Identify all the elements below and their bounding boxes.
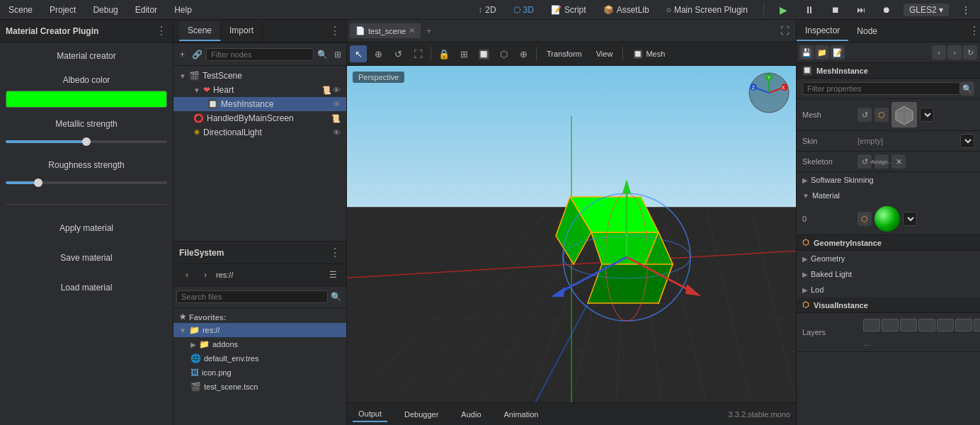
- skin-select[interactable]: [960, 134, 974, 148]
- inspector-folder-btn[interactable]: 📁: [815, 45, 829, 60]
- tree-item-directional[interactable]: ✳ DirectionalLight 👁: [173, 125, 346, 140]
- menu-editor[interactable]: Editor: [132, 4, 160, 16]
- layer-5[interactable]: [937, 319, 954, 332]
- record-button[interactable]: ⏺: [878, 4, 895, 16]
- inspector-menu-btn[interactable]: ⋮: [969, 24, 980, 38]
- filter-search-btn[interactable]: 🔍: [317, 47, 329, 62]
- meshinstance-header[interactable]: 🔲 MeshInstance: [797, 63, 980, 79]
- vt-box-btn[interactable]: 🔲: [475, 45, 492, 62]
- viewport-canvas[interactable]: Perspective X Y Z: [347, 66, 796, 402]
- fs-item-addons[interactable]: ▶ 📁 addons: [173, 337, 346, 351]
- add-node-btn[interactable]: +: [176, 47, 188, 62]
- roughness-slider[interactable]: [6, 181, 167, 184]
- menu-help[interactable]: Help: [171, 4, 195, 16]
- toolbar-main-screen[interactable]: ○ Main Screen Plugin: [662, 4, 752, 16]
- lod-header[interactable]: ▶ Lod: [802, 283, 974, 296]
- mesh-reset-btn[interactable]: ↺: [858, 108, 872, 122]
- layer-2[interactable]: [882, 319, 899, 332]
- vt-grid-btn[interactable]: ⊞: [455, 45, 472, 62]
- vt-mesh-btn[interactable]: ⬡: [495, 45, 512, 62]
- mesh-action-visibility[interactable]: 👁: [333, 100, 341, 108]
- tree-arrow-heart[interactable]: ▼: [193, 86, 200, 94]
- material-preview[interactable]: [874, 206, 900, 232]
- output-tab-audio[interactable]: Audio: [455, 407, 486, 421]
- skeleton-assign-btn[interactable]: Assign...: [874, 154, 889, 169]
- geometry-header[interactable]: ▶ Geometry: [802, 252, 974, 265]
- metallic-slider[interactable]: [6, 140, 167, 143]
- save-material-button[interactable]: Save material: [6, 249, 167, 267]
- visual-instance-header[interactable]: ⬡ VisualInstance: [797, 298, 980, 313]
- play-button[interactable]: ▶: [775, 3, 792, 17]
- toolbar-2d[interactable]: ↕ 2D: [474, 4, 500, 16]
- toolbar-assetlib[interactable]: 📦 AssetLib: [599, 4, 654, 16]
- inspector-forward-btn[interactable]: ›: [947, 45, 962, 60]
- heart-action-visibility[interactable]: 👁: [333, 86, 341, 95]
- mesh-type-btn[interactable]: ⬡: [874, 108, 889, 122]
- handled-action-script[interactable]: 📜: [331, 114, 341, 123]
- menu-debug[interactable]: Debug: [90, 4, 120, 16]
- viewport-fullscreen-btn[interactable]: ⛶: [776, 23, 793, 40]
- viewport-tab-close[interactable]: ✕: [409, 26, 415, 35]
- layer-4[interactable]: [918, 319, 935, 332]
- layer-3[interactable]: [900, 319, 917, 332]
- vt-transform-btn[interactable]: Transform: [541, 48, 588, 60]
- layer-7[interactable]: [974, 319, 980, 332]
- output-tab-animation[interactable]: Animation: [498, 407, 545, 421]
- scene-panel-menu[interactable]: ⋮: [329, 24, 341, 38]
- vt-move-btn[interactable]: ⊕: [370, 45, 387, 62]
- heart-action-script[interactable]: 📜: [321, 86, 331, 95]
- mesh-select[interactable]: [920, 108, 934, 122]
- directional-action-visibility[interactable]: 👁: [333, 128, 341, 137]
- mesh-preview[interactable]: [891, 102, 917, 128]
- viewport-gizmo[interactable]: X Y Z: [748, 72, 790, 114]
- output-tab-debugger[interactable]: Debugger: [399, 407, 444, 421]
- fs-item-res[interactable]: ▼ 📁 res://: [173, 323, 346, 337]
- load-material-button[interactable]: Load material: [6, 278, 167, 297]
- fs-search-input[interactable]: [176, 290, 328, 303]
- tree-arrow-testscene[interactable]: ▼: [179, 72, 186, 80]
- menu-project[interactable]: Project: [47, 4, 79, 16]
- vt-lock-btn[interactable]: 🔒: [435, 45, 452, 62]
- fs-layout-btn[interactable]: ☰: [325, 267, 341, 283]
- albedo-color-swatch[interactable]: [6, 91, 167, 108]
- more-options[interactable]: ⋮: [957, 4, 974, 16]
- vt-target-btn[interactable]: ⊕: [515, 45, 532, 62]
- vt-select-btn[interactable]: ↖: [350, 45, 367, 62]
- inspector-back-btn[interactable]: ‹: [932, 45, 946, 60]
- filter-nodes-input[interactable]: [206, 48, 314, 61]
- pause-button[interactable]: ⏸: [800, 3, 819, 17]
- filter-search-btn[interactable]: 🔍: [960, 81, 974, 96]
- inspector-tab-node[interactable]: Node: [848, 22, 886, 40]
- filter-properties-input[interactable]: [802, 82, 960, 95]
- layer-6[interactable]: [955, 319, 972, 332]
- material-icon-btn[interactable]: ⬡: [858, 212, 872, 226]
- menu-scene[interactable]: Scene: [6, 4, 35, 16]
- scene-tab[interactable]: Scene: [179, 21, 221, 41]
- vt-mesh-label-btn[interactable]: 🔲 Mesh: [627, 48, 671, 60]
- fs-menu-btn[interactable]: ⋮: [329, 246, 341, 259]
- baked-light-header[interactable]: ▶ Baked Light: [802, 268, 974, 280]
- toolbar-script[interactable]: 📝 Script: [547, 4, 591, 16]
- skeleton-clear-btn[interactable]: ✕: [891, 154, 906, 169]
- fs-search-icon[interactable]: 🔍: [328, 289, 343, 305]
- import-tab[interactable]: Import: [221, 21, 263, 41]
- inspector-save-btn[interactable]: 💾: [799, 45, 814, 60]
- material-select[interactable]: [903, 212, 917, 226]
- fs-item-env[interactable]: 🌐 default_env.tres: [173, 351, 346, 366]
- gles-selector[interactable]: GLES2 ▾: [904, 4, 949, 16]
- left-panel-menu[interactable]: ⋮: [156, 24, 167, 38]
- viewport-tab-scene[interactable]: 📄 test_scene ✕: [350, 23, 421, 38]
- vt-view-btn[interactable]: View: [591, 48, 619, 60]
- vt-scale-btn[interactable]: ⛶: [409, 45, 426, 62]
- tree-item-testscene[interactable]: ▼ 🎬 TestScene: [173, 69, 346, 83]
- inspector-script-btn[interactable]: 📝: [831, 45, 845, 60]
- output-tab-output[interactable]: Output: [353, 407, 387, 422]
- tree-item-handled[interactable]: ⭕ HandledByMainScreen 📜: [173, 111, 346, 125]
- fs-item-tscn[interactable]: 🎬 test_scene.tscn: [173, 380, 346, 394]
- viewport-add-tab[interactable]: +: [423, 23, 434, 39]
- stop-button[interactable]: ⏹: [827, 4, 844, 16]
- inspector-tab-inspector[interactable]: Inspector: [797, 21, 848, 41]
- step-button[interactable]: ⏭: [853, 4, 870, 16]
- layer-1[interactable]: [863, 319, 880, 332]
- layers-more-btn[interactable]: …: [858, 337, 877, 348]
